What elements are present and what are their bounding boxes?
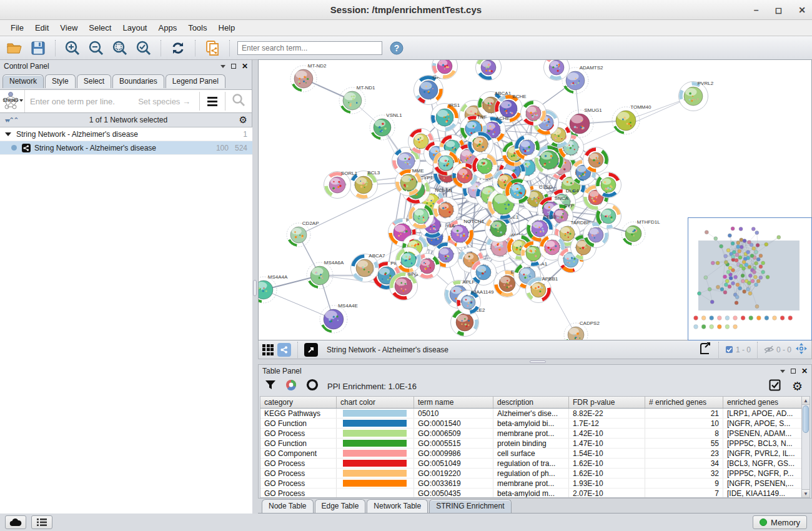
maximize-button[interactable]: ◻ [775, 5, 783, 15]
tab-style[interactable]: Style [45, 74, 76, 88]
refresh-icon[interactable] [169, 39, 187, 57]
save-session-icon[interactable] [29, 39, 47, 57]
network-node-mt-nd2[interactable]: MT-ND2 [290, 63, 327, 92]
network-node-pvrl2[interactable]: PVRL2 [679, 81, 714, 111]
network-node-ms4a4e[interactable]: MS4A4E [320, 303, 358, 333]
menu-item-view[interactable]: View [56, 21, 82, 34]
column-header-2[interactable]: term name [414, 397, 493, 408]
network-node[interactable] [433, 197, 459, 223]
table-row[interactable]: KEGG Pathways05010Alzheimer's dise...8.8… [260, 409, 802, 419]
network-node[interactable] [596, 172, 621, 198]
string-search-icon[interactable] [225, 93, 252, 109]
network-node[interactable] [408, 204, 434, 229]
birds-eye-navigator[interactable] [688, 217, 812, 340]
search-input[interactable] [237, 41, 382, 55]
tab-network-table[interactable]: Network Table [367, 499, 428, 513]
zoom-out-icon[interactable] [87, 39, 106, 57]
detach-view-icon[interactable] [304, 343, 318, 357]
menu-item-file[interactable]: File [6, 21, 28, 34]
network-node-kiaa1149[interactable]: KIAA1149 [457, 289, 494, 315]
zoom-in-icon[interactable] [63, 39, 82, 57]
network-node-tomm40[interactable]: TOMM40 [612, 104, 651, 134]
column-header-5[interactable]: # enriched genes [645, 397, 723, 408]
table-row[interactable]: GO ProcessGO:0033619membrane prot...1.93… [260, 479, 802, 489]
tab-edge-table[interactable]: Edge Table [315, 499, 366, 513]
settings-gear-icon[interactable]: ⚙ [792, 379, 803, 394]
collection-expander-icon[interactable] [5, 132, 11, 136]
table-scrollbar[interactable]: ▲ ▼ [801, 396, 810, 498]
table-row[interactable]: GO FunctionGO:0005515protein binding1.47… [260, 439, 802, 449]
scroll-up-icon[interactable]: ▲ [802, 397, 810, 405]
table-row[interactable]: GO ProcessGO:0006509membrane prot...1.42… [260, 429, 802, 439]
horizontal-splitter[interactable] [258, 359, 812, 364]
help-icon[interactable]: ? [387, 39, 406, 57]
zoom-selected-icon[interactable] [134, 39, 153, 57]
minimize-button[interactable]: – [754, 5, 759, 15]
menu-item-edit[interactable]: Edit [31, 21, 53, 34]
splitter-grip[interactable] [530, 360, 546, 363]
network-from-clipboard-icon[interactable] [203, 39, 222, 57]
grid-view-icon[interactable] [262, 344, 274, 355]
network-node-irs1[interactable]: IRS1 [431, 102, 460, 132]
tab-string-enrichment[interactable]: STRING Enrichment [429, 499, 511, 513]
network-node[interactable] [472, 154, 498, 179]
string-logo-icon[interactable]: STRING [0, 90, 25, 112]
donut-chart-icon[interactable] [285, 379, 297, 394]
tab-node-table[interactable]: Node Table [262, 499, 314, 513]
table-row[interactable]: GO ProcessGO:0051049regulation of tra...… [260, 459, 802, 469]
network-canvas[interactable]: MT-ND2MT-ND1VSNL1GAB2CD2APMS4A6AMS4A4AMS… [258, 59, 812, 340]
network-node[interactable] [521, 101, 547, 126]
network-node[interactable] [583, 147, 609, 173]
close-button[interactable]: ✕ [798, 5, 806, 15]
panel-menu-icon[interactable] [780, 370, 785, 373]
task-list-button[interactable] [31, 515, 52, 529]
splitter-grip[interactable] [253, 280, 257, 296]
network-node-ms4a4a[interactable]: MS4A4A [259, 274, 288, 303]
scrollbar-thumb[interactable] [803, 405, 809, 433]
network-node[interactable] [476, 60, 502, 81]
network-node-apbb1[interactable]: APBB1 [526, 276, 558, 303]
network-node[interactable] [396, 247, 422, 273]
tab-select[interactable]: Select [77, 74, 111, 88]
expand-all-icon[interactable]: ⌃⌃ [9, 116, 17, 124]
tab-network[interactable]: Network [2, 74, 44, 88]
network-options-gear-icon[interactable]: ⚙ [239, 114, 247, 126]
table-row[interactable]: GO FunctionGO:0001540beta-amyloid bi...1… [260, 419, 802, 429]
term-input[interactable]: Enter one term per line. [25, 97, 138, 106]
network-node-gab2[interactable]: GAB2 [414, 74, 447, 105]
network-row-selected[interactable]: String Network - Alzheimer's disease 100… [0, 141, 252, 155]
network-node-mthfd1l[interactable]: MTHFD1L [621, 219, 660, 246]
float-panel-icon[interactable] [791, 369, 796, 374]
table-row[interactable]: GO ProcessGO:0050435beta-amyloid m...2.0… [260, 489, 802, 498]
open-file-icon[interactable] [5, 39, 24, 57]
network-collection-row[interactable]: String Network - Alzheimer's disease 1 [0, 127, 252, 141]
tab-legend-panel[interactable]: Legend Panel [166, 74, 225, 88]
menu-item-apps[interactable]: Apps [154, 21, 182, 34]
network-node-mt-nd1[interactable]: MT-ND1 [339, 85, 375, 114]
zoom-fit-icon[interactable] [111, 39, 129, 57]
panel-menu-icon[interactable] [220, 65, 225, 68]
ring-chart-icon[interactable] [306, 379, 319, 394]
string-share-icon[interactable] [277, 343, 291, 357]
menu-item-select[interactable]: Select [84, 21, 116, 34]
column-header-1[interactable]: chart color [337, 397, 414, 408]
menu-item-tools[interactable]: Tools [184, 21, 211, 34]
vertical-splitter[interactable] [252, 60, 258, 514]
species-hint[interactable]: Set species → [138, 97, 199, 106]
column-header-0[interactable]: category [260, 397, 337, 408]
column-header-6[interactable]: enriched genes [723, 397, 802, 408]
network-node[interactable] [468, 132, 493, 157]
filter-icon[interactable] [265, 379, 276, 393]
menu-item-help[interactable]: Help [214, 21, 240, 34]
network-node[interactable] [471, 260, 497, 285]
tab-boundaries[interactable]: Boundaries [112, 74, 164, 88]
column-header-3[interactable]: description [493, 397, 569, 408]
enrichment-table[interactable]: categorychart colorterm namedescriptionF… [260, 396, 803, 498]
scroll-down-icon[interactable]: ▼ [802, 489, 810, 497]
table-row[interactable]: GO ComponentGO:0009986cell surface1.54E-… [260, 449, 802, 459]
close-panel-icon[interactable]: ✕ [801, 367, 808, 375]
network-node-ms4a6a[interactable]: MS4A6A [307, 260, 344, 289]
string-options-icon[interactable] [200, 97, 225, 106]
network-node[interactable] [544, 60, 570, 81]
column-header-4[interactable]: FDR p-value [569, 397, 645, 408]
